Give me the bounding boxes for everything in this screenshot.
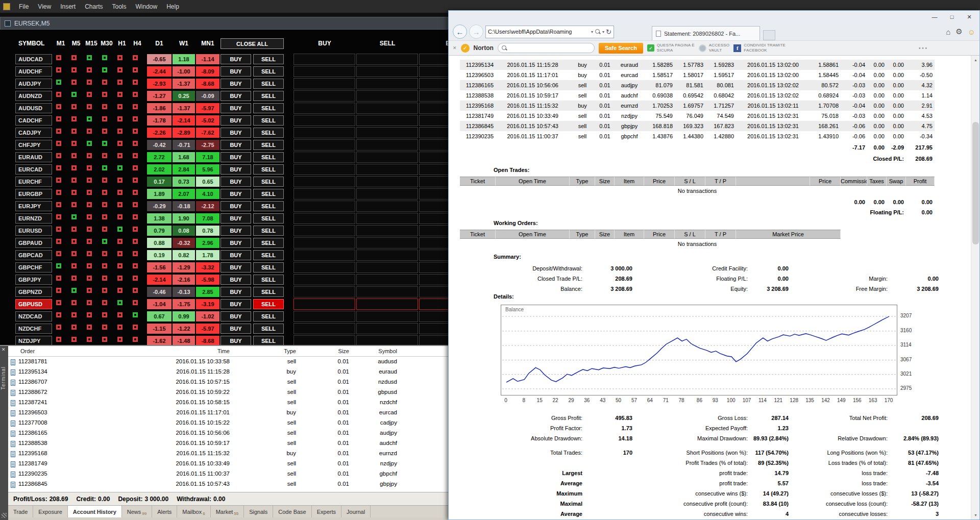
- menu-item-charts[interactable]: Charts: [80, 2, 107, 12]
- order-row-112386707[interactable]: 1123867072016.01.15 10:57:15sell0.01nzdu…: [8, 378, 448, 388]
- buy-button-eurgbp[interactable]: BUY: [220, 189, 251, 199]
- search-icon[interactable]: [595, 29, 601, 35]
- symbol-cell-audjpy[interactable]: AUDJPY: [15, 79, 52, 89]
- address-bar[interactable]: C:\Users\webfl\AppData\Roaming ▾ ▾ ↻: [485, 26, 614, 38]
- buy-button-gbpcad[interactable]: BUY: [220, 250, 251, 260]
- col-header-symbol[interactable]: Symbol: [352, 348, 400, 354]
- sell-button-euraud[interactable]: SELL: [253, 152, 284, 162]
- forward-button[interactable]: →: [469, 24, 483, 39]
- smiley-icon[interactable]: ☺: [968, 28, 975, 36]
- symbol-cell-eurjpy[interactable]: EURJPY: [15, 201, 52, 211]
- minimize-button[interactable]: —: [926, 12, 943, 22]
- symbol-cell-audcad[interactable]: AUDCAD: [15, 54, 52, 64]
- sell-button-audusd[interactable]: SELL: [253, 103, 284, 113]
- col-header-type[interactable]: Type: [233, 348, 299, 354]
- symbol-cell-gbpusd[interactable]: GBPUSD: [15, 299, 52, 309]
- tab-mailbox[interactable]: Mailbox6: [177, 506, 210, 517]
- sell-button-audcad[interactable]: SELL: [253, 54, 284, 64]
- maximize-button[interactable]: □: [944, 12, 960, 22]
- symbol-cell-eurnzd[interactable]: EURNZD: [15, 213, 52, 224]
- buy-button-cadchf[interactable]: BUY: [220, 115, 251, 126]
- sell-button-nzdchf[interactable]: SELL: [253, 324, 284, 334]
- menu-item-file[interactable]: File: [14, 2, 33, 12]
- buy-button-audnzd[interactable]: BUY: [220, 91, 251, 101]
- resize-grip-icon[interactable]: [2, 513, 7, 518]
- sell-button-gbpaud[interactable]: SELL: [253, 238, 284, 248]
- scroll-up-icon[interactable]: ▲: [971, 56, 979, 64]
- home-icon[interactable]: ⌂: [946, 28, 950, 36]
- symbol-cell-eurusd[interactable]: EURUSD: [15, 226, 52, 236]
- symbol-cell-audnzd[interactable]: AUDNZD: [15, 91, 52, 101]
- symbol-cell-nzdjpy[interactable]: NZDJPY: [15, 336, 52, 345]
- order-row-112395134[interactable]: 1123951342016.01.15 11:15:28buy0.01eurau…: [8, 367, 448, 378]
- close-all-button[interactable]: CLOSE ALL: [220, 38, 284, 49]
- vault-access[interactable]: ACCESSO VAULT: [699, 43, 730, 53]
- tab-signals[interactable]: Signals: [244, 506, 273, 517]
- tab-trade[interactable]: Trade: [8, 506, 33, 517]
- symbol-cell-euraud[interactable]: EURAUD: [15, 152, 52, 162]
- buy-button-gbpnzd[interactable]: BUY: [220, 287, 251, 297]
- address-dropdown-icon[interactable]: ▾: [591, 30, 593, 34]
- buy-button-gbpaud[interactable]: BUY: [220, 238, 251, 248]
- buy-button-gbpchf[interactable]: BUY: [220, 262, 251, 273]
- order-row-112386845[interactable]: 1123868452016.01.15 10:57:43sell0.01gbpj…: [8, 480, 448, 490]
- search-dropdown-icon[interactable]: ▾: [602, 30, 604, 34]
- sell-button-eurchf[interactable]: SELL: [253, 177, 284, 187]
- symbol-cell-eurchf[interactable]: EURCHF: [15, 177, 52, 187]
- sell-button-cadjpy[interactable]: SELL: [253, 128, 284, 138]
- sell-button-eurjpy[interactable]: SELL: [253, 201, 284, 211]
- sell-button-audjpy[interactable]: SELL: [253, 79, 284, 89]
- symbol-cell-gbpchf[interactable]: GBPCHF: [15, 262, 52, 273]
- browser-tab[interactable]: Statement: 2089026802 - Fa...: [652, 26, 760, 40]
- symbol-cell-gbpnzd[interactable]: GBPNZD: [15, 287, 52, 297]
- sell-button-nzdcad[interactable]: SELL: [253, 311, 284, 321]
- gear-icon[interactable]: ⚙: [955, 27, 962, 36]
- sell-button-eurusd[interactable]: SELL: [253, 226, 284, 236]
- sell-button-gbpcad[interactable]: SELL: [253, 250, 284, 260]
- buy-button-audcad[interactable]: BUY: [220, 54, 251, 64]
- sell-button-gbpchf[interactable]: SELL: [253, 262, 284, 273]
- facebook-share[interactable]: f CONDIVIDI TRAMITE FACEBOOK: [733, 43, 786, 53]
- tab-journal[interactable]: Journal: [341, 506, 371, 517]
- buy-button-eurchf[interactable]: BUY: [220, 177, 251, 187]
- buy-button-audusd[interactable]: BUY: [220, 103, 251, 113]
- order-row-112388538[interactable]: 1123885382016.01.15 10:59:17sell0.01audc…: [8, 439, 448, 449]
- sell-button-gbpjpy[interactable]: SELL: [253, 275, 284, 285]
- menu-item-tools[interactable]: Tools: [108, 2, 131, 12]
- chart-window-titlebar[interactable]: EURSEK,M5: [0, 17, 448, 30]
- buy-button-cadjpy[interactable]: BUY: [220, 128, 251, 138]
- sell-button-audchf[interactable]: SELL: [253, 66, 284, 77]
- scroll-down-icon[interactable]: ▼: [971, 511, 979, 519]
- buy-button-euraud[interactable]: BUY: [220, 152, 251, 162]
- col-header-size[interactable]: Size: [299, 348, 352, 354]
- col-header-time[interactable]: Time: [100, 348, 233, 354]
- sell-button-nzdjpy[interactable]: SELL: [253, 336, 284, 345]
- buy-button-nzdjpy[interactable]: BUY: [220, 336, 251, 345]
- order-row-112381781[interactable]: 1123817812016.01.15 10:33:58sell0.01audu…: [8, 357, 448, 367]
- page-scrollbar[interactable]: ▲ ▼: [971, 56, 979, 519]
- scrollbar-thumb[interactable]: [972, 122, 979, 244]
- page-safe-indicator[interactable]: ✓ QUESTA PAGINA È SICURA: [647, 43, 695, 53]
- sell-button-chfjpy[interactable]: SELL: [253, 140, 284, 150]
- col-header-order[interactable]: Order: [20, 348, 97, 354]
- norton-menu-dots[interactable]: • • •: [919, 45, 927, 51]
- order-row-112396503[interactable]: 1123965032016.01.15 11:17:01buy0.01eurca…: [8, 408, 448, 418]
- menu-item-help[interactable]: Help: [162, 2, 184, 12]
- symbol-cell-cadchf[interactable]: CADCHF: [15, 115, 52, 126]
- tab-exposure[interactable]: Exposure: [33, 506, 67, 517]
- buy-button-eurnzd[interactable]: BUY: [220, 213, 251, 224]
- buy-button-eurusd[interactable]: BUY: [220, 226, 251, 236]
- tab-news[interactable]: News99: [122, 506, 152, 517]
- buy-button-eurjpy[interactable]: BUY: [220, 201, 251, 211]
- symbol-cell-gbpaud[interactable]: GBPAUD: [15, 238, 52, 248]
- sell-button-eurgbp[interactable]: SELL: [253, 189, 284, 199]
- sell-button-audnzd[interactable]: SELL: [253, 91, 284, 101]
- sell-button-eurnzd[interactable]: SELL: [253, 213, 284, 224]
- order-row-112388672[interactable]: 1123886722016.01.15 10:59:22sell0.01gbpu…: [8, 388, 448, 398]
- buy-button-gbpusd[interactable]: BUY: [220, 299, 251, 309]
- buy-button-chfjpy[interactable]: BUY: [220, 140, 251, 150]
- browser-titlebar[interactable]: — □ ✕: [449, 11, 979, 23]
- buy-button-nzdchf[interactable]: BUY: [220, 324, 251, 334]
- back-button[interactable]: ←: [453, 24, 467, 39]
- symbol-cell-audusd[interactable]: AUDUSD: [15, 103, 52, 113]
